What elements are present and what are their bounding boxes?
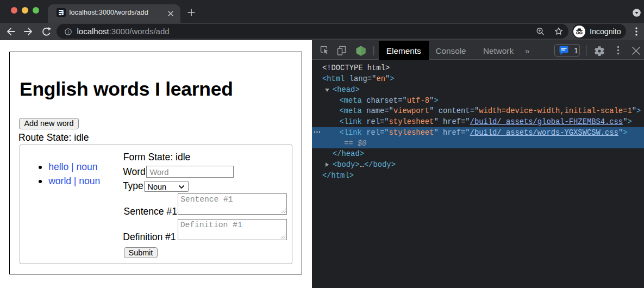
svg-text:1: 1: [574, 46, 578, 55]
